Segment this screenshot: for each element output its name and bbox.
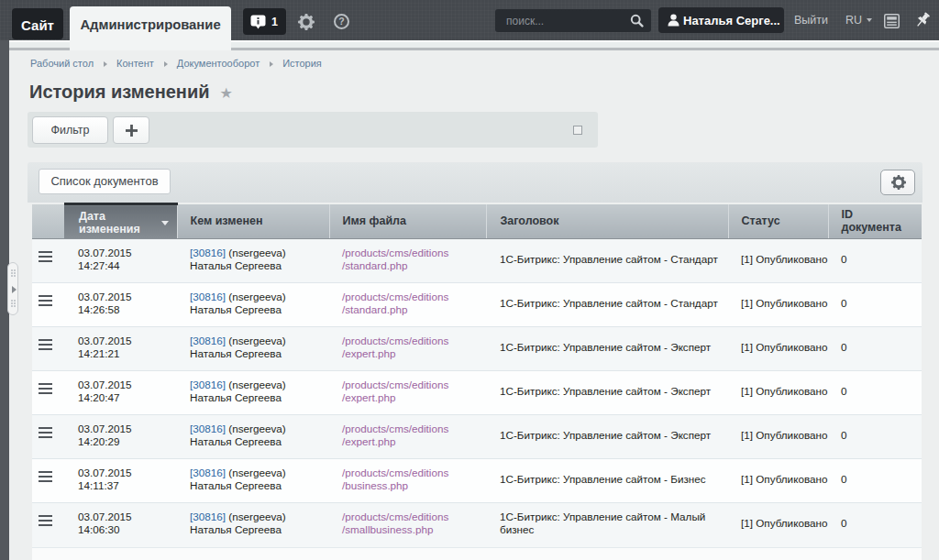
svg-text:?: ?	[338, 16, 344, 27]
